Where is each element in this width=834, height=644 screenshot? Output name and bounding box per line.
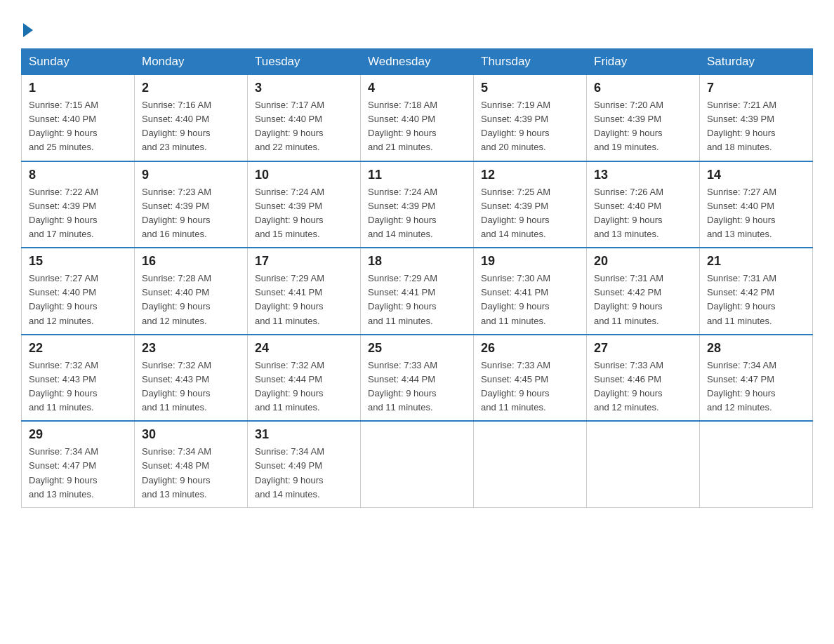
day-number: 9 xyxy=(142,168,240,182)
page-header xyxy=(21,21,813,34)
day-number: 14 xyxy=(707,168,805,182)
calendar-day-cell: 20Sunrise: 7:31 AMSunset: 4:42 PMDayligh… xyxy=(587,248,700,335)
day-info: Sunrise: 7:18 AMSunset: 4:40 PMDaylight:… xyxy=(368,98,466,155)
calendar-table: SundayMondayTuesdayWednesdayThursdayFrid… xyxy=(21,48,813,508)
logo-arrow-icon xyxy=(23,23,33,37)
day-number: 16 xyxy=(142,254,240,269)
calendar-day-cell: 11Sunrise: 7:24 AMSunset: 4:39 PMDayligh… xyxy=(361,161,474,248)
day-info: Sunrise: 7:27 AMSunset: 4:40 PMDaylight:… xyxy=(29,271,127,328)
day-number: 7 xyxy=(707,81,805,95)
day-info: Sunrise: 7:34 AMSunset: 4:49 PMDaylight:… xyxy=(255,445,353,502)
day-info: Sunrise: 7:34 AMSunset: 4:47 PMDaylight:… xyxy=(29,445,127,502)
day-info: Sunrise: 7:17 AMSunset: 4:40 PMDaylight:… xyxy=(255,98,353,155)
day-number: 18 xyxy=(368,254,466,269)
calendar-week-row: 8Sunrise: 7:22 AMSunset: 4:39 PMDaylight… xyxy=(22,161,813,248)
calendar-day-cell: 23Sunrise: 7:32 AMSunset: 4:43 PMDayligh… xyxy=(135,335,248,422)
day-number: 21 xyxy=(707,254,805,269)
calendar-day-cell: 30Sunrise: 7:34 AMSunset: 4:48 PMDayligh… xyxy=(135,421,248,507)
day-info: Sunrise: 7:20 AMSunset: 4:39 PMDaylight:… xyxy=(594,98,692,155)
day-number: 15 xyxy=(29,254,127,269)
calendar-day-cell xyxy=(587,421,700,507)
day-number: 6 xyxy=(594,81,692,95)
calendar-week-row: 22Sunrise: 7:32 AMSunset: 4:43 PMDayligh… xyxy=(22,335,813,422)
day-info: Sunrise: 7:33 AMSunset: 4:45 PMDaylight:… xyxy=(481,358,579,415)
day-number: 3 xyxy=(255,81,353,95)
calendar-day-cell: 12Sunrise: 7:25 AMSunset: 4:39 PMDayligh… xyxy=(474,161,587,248)
day-number: 20 xyxy=(594,254,692,269)
day-info: Sunrise: 7:31 AMSunset: 4:42 PMDaylight:… xyxy=(707,271,805,328)
calendar-day-cell: 21Sunrise: 7:31 AMSunset: 4:42 PMDayligh… xyxy=(700,248,813,335)
day-info: Sunrise: 7:29 AMSunset: 4:41 PMDaylight:… xyxy=(255,271,353,328)
day-info: Sunrise: 7:32 AMSunset: 4:43 PMDaylight:… xyxy=(142,358,240,415)
column-header-thursday: Thursday xyxy=(474,49,587,75)
day-number: 31 xyxy=(255,427,353,442)
day-info: Sunrise: 7:33 AMSunset: 4:44 PMDaylight:… xyxy=(368,358,466,415)
day-number: 2 xyxy=(142,81,240,95)
day-number: 26 xyxy=(481,341,579,356)
day-number: 13 xyxy=(594,168,692,182)
day-number: 19 xyxy=(481,254,579,269)
calendar-day-cell: 1Sunrise: 7:15 AMSunset: 4:40 PMDaylight… xyxy=(22,75,135,161)
day-number: 24 xyxy=(255,341,353,356)
column-header-monday: Monday xyxy=(135,49,248,75)
calendar-day-cell: 28Sunrise: 7:34 AMSunset: 4:47 PMDayligh… xyxy=(700,335,813,422)
calendar-day-cell: 16Sunrise: 7:28 AMSunset: 4:40 PMDayligh… xyxy=(135,248,248,335)
day-info: Sunrise: 7:27 AMSunset: 4:40 PMDaylight:… xyxy=(707,185,805,242)
day-number: 27 xyxy=(594,341,692,356)
calendar-week-row: 29Sunrise: 7:34 AMSunset: 4:47 PMDayligh… xyxy=(22,421,813,507)
calendar-day-cell: 9Sunrise: 7:23 AMSunset: 4:39 PMDaylight… xyxy=(135,161,248,248)
calendar-day-cell xyxy=(361,421,474,507)
day-info: Sunrise: 7:21 AMSunset: 4:39 PMDaylight:… xyxy=(707,98,805,155)
calendar-day-cell: 22Sunrise: 7:32 AMSunset: 4:43 PMDayligh… xyxy=(22,335,135,422)
day-info: Sunrise: 7:23 AMSunset: 4:39 PMDaylight:… xyxy=(142,185,240,242)
day-info: Sunrise: 7:25 AMSunset: 4:39 PMDaylight:… xyxy=(481,185,579,242)
calendar-day-cell: 5Sunrise: 7:19 AMSunset: 4:39 PMDaylight… xyxy=(474,75,587,161)
day-number: 8 xyxy=(29,168,127,182)
day-number: 11 xyxy=(368,168,466,182)
column-header-friday: Friday xyxy=(587,49,700,75)
calendar-day-cell: 7Sunrise: 7:21 AMSunset: 4:39 PMDaylight… xyxy=(700,75,813,161)
calendar-day-cell: 17Sunrise: 7:29 AMSunset: 4:41 PMDayligh… xyxy=(248,248,361,335)
day-info: Sunrise: 7:22 AMSunset: 4:39 PMDaylight:… xyxy=(29,185,127,242)
column-header-wednesday: Wednesday xyxy=(361,49,474,75)
calendar-week-row: 1Sunrise: 7:15 AMSunset: 4:40 PMDaylight… xyxy=(22,75,813,161)
day-number: 25 xyxy=(368,341,466,356)
day-number: 17 xyxy=(255,254,353,269)
day-number: 5 xyxy=(481,81,579,95)
calendar-day-cell: 29Sunrise: 7:34 AMSunset: 4:47 PMDayligh… xyxy=(22,421,135,507)
day-number: 30 xyxy=(142,427,240,442)
day-number: 23 xyxy=(142,341,240,356)
calendar-day-cell: 14Sunrise: 7:27 AMSunset: 4:40 PMDayligh… xyxy=(700,161,813,248)
calendar-day-cell: 10Sunrise: 7:24 AMSunset: 4:39 PMDayligh… xyxy=(248,161,361,248)
day-number: 1 xyxy=(29,81,127,95)
calendar-day-cell: 31Sunrise: 7:34 AMSunset: 4:49 PMDayligh… xyxy=(248,421,361,507)
calendar-day-cell: 2Sunrise: 7:16 AMSunset: 4:40 PMDaylight… xyxy=(135,75,248,161)
column-header-sunday: Sunday xyxy=(22,49,135,75)
day-info: Sunrise: 7:19 AMSunset: 4:39 PMDaylight:… xyxy=(481,98,579,155)
calendar-day-cell: 26Sunrise: 7:33 AMSunset: 4:45 PMDayligh… xyxy=(474,335,587,422)
day-number: 4 xyxy=(368,81,466,95)
day-info: Sunrise: 7:24 AMSunset: 4:39 PMDaylight:… xyxy=(368,185,466,242)
calendar-day-cell: 6Sunrise: 7:20 AMSunset: 4:39 PMDaylight… xyxy=(587,75,700,161)
day-number: 29 xyxy=(29,427,127,442)
day-info: Sunrise: 7:32 AMSunset: 4:43 PMDaylight:… xyxy=(29,358,127,415)
calendar-day-cell: 13Sunrise: 7:26 AMSunset: 4:40 PMDayligh… xyxy=(587,161,700,248)
calendar-day-cell: 18Sunrise: 7:29 AMSunset: 4:41 PMDayligh… xyxy=(361,248,474,335)
calendar-day-cell: 27Sunrise: 7:33 AMSunset: 4:46 PMDayligh… xyxy=(587,335,700,422)
calendar-day-cell: 3Sunrise: 7:17 AMSunset: 4:40 PMDaylight… xyxy=(248,75,361,161)
calendar-day-cell: 4Sunrise: 7:18 AMSunset: 4:40 PMDaylight… xyxy=(361,75,474,161)
day-info: Sunrise: 7:31 AMSunset: 4:42 PMDaylight:… xyxy=(594,271,692,328)
calendar-week-row: 15Sunrise: 7:27 AMSunset: 4:40 PMDayligh… xyxy=(22,248,813,335)
day-number: 22 xyxy=(29,341,127,356)
calendar-header-row: SundayMondayTuesdayWednesdayThursdayFrid… xyxy=(22,49,813,75)
day-info: Sunrise: 7:15 AMSunset: 4:40 PMDaylight:… xyxy=(29,98,127,155)
calendar-day-cell: 8Sunrise: 7:22 AMSunset: 4:39 PMDaylight… xyxy=(22,161,135,248)
day-info: Sunrise: 7:32 AMSunset: 4:44 PMDaylight:… xyxy=(255,358,353,415)
column-header-tuesday: Tuesday xyxy=(248,49,361,75)
calendar-day-cell xyxy=(474,421,587,507)
calendar-day-cell: 24Sunrise: 7:32 AMSunset: 4:44 PMDayligh… xyxy=(248,335,361,422)
calendar-day-cell: 15Sunrise: 7:27 AMSunset: 4:40 PMDayligh… xyxy=(22,248,135,335)
day-number: 12 xyxy=(481,168,579,182)
day-info: Sunrise: 7:30 AMSunset: 4:41 PMDaylight:… xyxy=(481,271,579,328)
day-info: Sunrise: 7:24 AMSunset: 4:39 PMDaylight:… xyxy=(255,185,353,242)
